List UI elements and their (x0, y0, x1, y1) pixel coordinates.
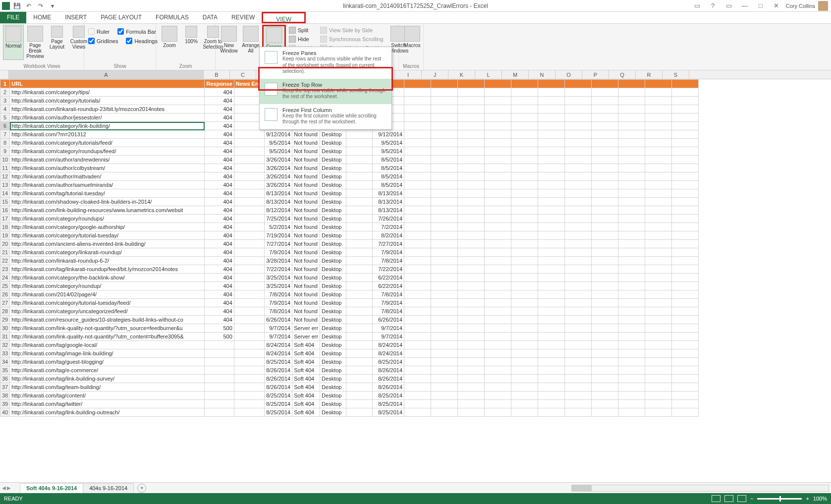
cell[interactable] (346, 324, 373, 333)
qat-undo-icon[interactable]: ↶ (24, 1, 34, 11)
cell[interactable] (458, 265, 485, 274)
cell[interactable] (234, 181, 264, 189)
row-header[interactable]: 27 (0, 299, 10, 307)
cell[interactable] (431, 248, 458, 257)
cell[interactable] (404, 122, 431, 130)
cell[interactable] (618, 274, 645, 282)
hide-button[interactable]: Hide (287, 35, 317, 44)
cell[interactable] (618, 290, 645, 299)
cell[interactable]: 8/24/2014 (265, 349, 292, 358)
row-header[interactable]: 11 (0, 164, 10, 172)
cell[interactable] (511, 130, 538, 139)
cell[interactable]: Desktop (320, 206, 346, 215)
cell[interactable] (618, 333, 645, 341)
cell[interactable] (485, 366, 511, 375)
cell[interactable]: 9/7/2014 (265, 324, 292, 333)
cell[interactable] (592, 113, 618, 122)
row-header[interactable]: 25 (0, 282, 10, 290)
cell[interactable]: 6/22/2014 (373, 274, 404, 282)
cell[interactable]: 8/24/2014 (373, 341, 404, 349)
header-cell[interactable] (618, 80, 645, 88)
cell[interactable] (618, 366, 645, 375)
cell[interactable]: http://linkarati.com/author/colbystream/ (10, 164, 205, 172)
row-header[interactable]: 23 (0, 265, 10, 274)
cell[interactable] (618, 156, 645, 164)
cell[interactable]: Desktop (320, 299, 346, 307)
cell[interactable]: 6/22/2014 (373, 282, 404, 290)
cell[interactable] (672, 105, 699, 113)
cell[interactable]: 3/26/2014 (265, 172, 292, 181)
cell[interactable] (458, 324, 485, 333)
cell[interactable]: 9/7/2014 (265, 333, 292, 341)
cell[interactable]: Desktop (320, 290, 346, 299)
cell[interactable]: http://linkarati.com/linkarati-roundup-2… (10, 105, 205, 113)
cell[interactable] (346, 189, 373, 198)
cell[interactable] (431, 299, 458, 307)
cell[interactable] (346, 130, 373, 139)
row-header[interactable]: 12 (0, 172, 10, 181)
cell[interactable]: 8/26/2014 (265, 366, 292, 375)
select-all-corner[interactable] (0, 70, 9, 79)
row-header[interactable]: 8 (0, 139, 10, 147)
cell[interactable] (592, 223, 618, 231)
cell[interactable] (458, 88, 485, 97)
cell[interactable] (538, 392, 565, 400)
cell[interactable] (672, 198, 699, 206)
cell[interactable] (538, 198, 565, 206)
cell[interactable] (346, 383, 373, 392)
cell[interactable] (672, 307, 699, 316)
cell[interactable] (565, 282, 592, 290)
cell[interactable] (346, 215, 373, 223)
cell[interactable] (431, 400, 458, 408)
tab-file[interactable]: FILE (0, 12, 26, 23)
cell[interactable]: http://linkarati.com/link-quality-not-qu… (10, 324, 205, 333)
cell[interactable] (511, 147, 538, 156)
cell[interactable] (431, 130, 458, 139)
synchronous-scrolling-button[interactable]: Synchronous Scrolling (318, 35, 387, 44)
cell[interactable] (538, 240, 565, 248)
column-header-I[interactable]: I (395, 70, 422, 79)
cell[interactable] (565, 316, 592, 324)
cell[interactable] (485, 215, 511, 223)
cell[interactable] (538, 375, 565, 383)
cell[interactable] (672, 88, 699, 97)
cell[interactable] (485, 341, 511, 349)
cell[interactable]: http://linkarati.com/tag/link-building-o… (10, 408, 205, 417)
cell[interactable] (565, 172, 592, 181)
cell[interactable] (565, 130, 592, 139)
cell[interactable] (458, 375, 485, 383)
cell[interactable] (511, 341, 538, 349)
cell[interactable] (458, 223, 485, 231)
cell[interactable] (565, 274, 592, 282)
cell[interactable]: 404 (205, 206, 234, 215)
cell[interactable] (346, 198, 373, 206)
cell[interactable] (404, 299, 431, 307)
cell[interactable]: 404 (205, 139, 234, 147)
cell[interactable] (565, 113, 592, 122)
cell[interactable] (404, 156, 431, 164)
cell[interactable] (458, 358, 485, 366)
cell[interactable] (645, 324, 672, 333)
page-break-preview-button[interactable]: Page Break Preview (25, 25, 46, 60)
cell[interactable]: 9/7/2014 (373, 333, 404, 341)
cell[interactable] (234, 215, 264, 223)
cell[interactable] (431, 408, 458, 417)
cell[interactable] (538, 189, 565, 198)
cell[interactable] (672, 156, 699, 164)
cell[interactable] (538, 265, 565, 274)
cell[interactable] (404, 240, 431, 248)
cell[interactable] (404, 139, 431, 147)
row-header[interactable]: 24 (0, 274, 10, 282)
cell[interactable] (645, 231, 672, 240)
cell[interactable] (234, 164, 264, 172)
cell[interactable] (592, 156, 618, 164)
cell[interactable] (538, 408, 565, 417)
row-header[interactable]: 31 (0, 333, 10, 341)
cell[interactable] (404, 88, 431, 97)
cell[interactable] (565, 223, 592, 231)
cell[interactable]: 404 (205, 88, 234, 97)
cell[interactable] (592, 231, 618, 240)
zoom-in-button[interactable]: + (806, 496, 809, 502)
macros-button[interactable]: Macros (402, 25, 423, 49)
cell[interactable] (404, 164, 431, 172)
